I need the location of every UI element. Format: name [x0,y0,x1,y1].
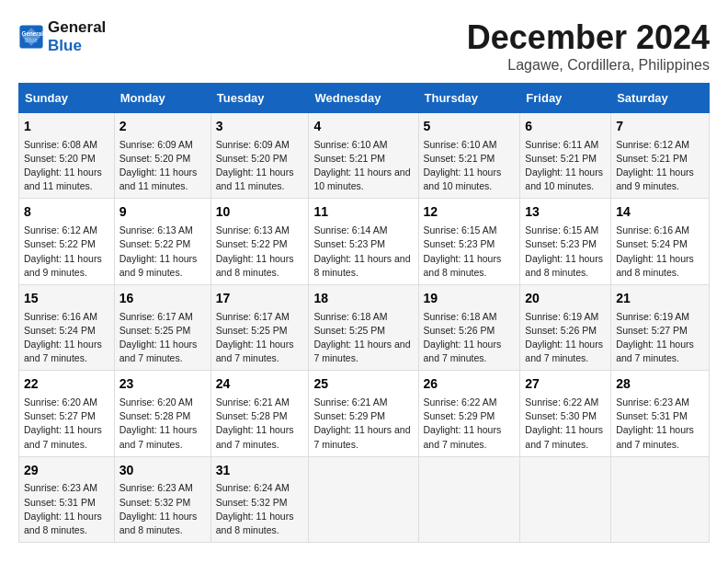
day-info: Sunrise: 6:23 AMSunset: 5:31 PMDaylight:… [616,396,704,452]
day-info: Sunrise: 6:18 AMSunset: 5:25 PMDaylight:… [313,310,413,366]
calendar-cell: 4Sunrise: 6:10 AMSunset: 5:21 PMDaylight… [309,113,418,199]
day-info: Sunrise: 6:19 AMSunset: 5:26 PMDaylight:… [525,310,606,366]
day-info: Sunrise: 6:23 AMSunset: 5:32 PMDaylight:… [119,481,206,537]
day-number: 21 [616,290,704,308]
day-number: 25 [313,375,413,394]
logo-text-line1: General [48,18,106,37]
calendar-cell [309,456,418,542]
header-friday: Friday [520,84,611,113]
day-number: 27 [525,375,606,394]
header-wednesday: Wednesday [309,84,418,113]
calendar-cell: 21Sunrise: 6:19 AMSunset: 5:27 PMDayligh… [611,284,710,370]
calendar-cell: 22Sunrise: 6:20 AMSunset: 5:27 PMDayligh… [19,371,115,456]
day-number: 14 [616,203,704,222]
calendar-cell: 24Sunrise: 6:21 AMSunset: 5:28 PMDayligh… [210,371,309,456]
header-saturday: Saturday [611,84,710,113]
calendar-cell: 28Sunrise: 6:23 AMSunset: 5:31 PMDayligh… [611,371,710,456]
calendar-cell: 27Sunrise: 6:22 AMSunset: 5:30 PMDayligh… [520,371,611,456]
day-info: Sunrise: 6:16 AMSunset: 5:24 PMDaylight:… [24,310,109,366]
day-info: Sunrise: 6:24 AMSunset: 5:32 PMDaylight:… [216,481,304,537]
day-number: 13 [525,203,606,222]
calendar-cell: 20Sunrise: 6:19 AMSunset: 5:26 PMDayligh… [520,284,611,370]
day-info: Sunrise: 6:13 AMSunset: 5:22 PMDaylight:… [216,224,304,280]
day-number: 9 [119,203,206,222]
calendar-cell: 11Sunrise: 6:14 AMSunset: 5:23 PMDayligh… [309,199,418,284]
calendar-cell: 10Sunrise: 6:13 AMSunset: 5:22 PMDayligh… [210,199,309,284]
calendar-cell: 15Sunrise: 6:16 AMSunset: 5:24 PMDayligh… [19,284,115,370]
day-number: 3 [216,118,304,136]
calendar-cell: 2Sunrise: 6:09 AMSunset: 5:20 PMDaylight… [114,113,210,199]
calendar-cell: 13Sunrise: 6:15 AMSunset: 5:23 PMDayligh… [520,199,611,284]
day-info: Sunrise: 6:15 AMSunset: 5:23 PMDaylight:… [525,224,606,280]
day-info: Sunrise: 6:13 AMSunset: 5:22 PMDaylight:… [119,224,206,280]
calendar-cell: 1Sunrise: 6:08 AMSunset: 5:20 PMDaylight… [19,113,115,199]
calendar-cell: 17Sunrise: 6:17 AMSunset: 5:25 PMDayligh… [210,284,309,370]
day-info: Sunrise: 6:08 AMSunset: 5:20 PMDaylight:… [24,138,109,194]
header-thursday: Thursday [418,84,520,113]
calendar-cell: 18Sunrise: 6:18 AMSunset: 5:25 PMDayligh… [309,284,418,370]
header-monday: Monday [114,84,210,113]
month-title: December 2024 [467,18,710,57]
day-number: 24 [216,375,304,394]
calendar-cell: 8Sunrise: 6:12 AMSunset: 5:22 PMDaylight… [19,199,115,284]
day-number: 29 [24,462,109,480]
day-number: 2 [119,118,206,136]
day-info: Sunrise: 6:12 AMSunset: 5:22 PMDaylight:… [24,224,109,280]
day-number: 10 [216,203,304,222]
day-info: Sunrise: 6:21 AMSunset: 5:28 PMDaylight:… [216,396,304,452]
calendar-week-5: 29Sunrise: 6:23 AMSunset: 5:31 PMDayligh… [19,456,710,542]
day-number: 1 [24,118,109,136]
day-info: Sunrise: 6:12 AMSunset: 5:21 PMDaylight:… [616,138,704,194]
day-number: 16 [119,290,206,308]
header-tuesday: Tuesday [210,84,309,113]
day-number: 15 [24,290,109,308]
calendar-cell: 6Sunrise: 6:11 AMSunset: 5:21 PMDaylight… [520,113,611,199]
calendar-cell: 23Sunrise: 6:20 AMSunset: 5:28 PMDayligh… [114,371,210,456]
day-number: 12 [424,203,516,222]
calendar-week-3: 15Sunrise: 6:16 AMSunset: 5:24 PMDayligh… [19,284,710,370]
calendar-cell: 26Sunrise: 6:22 AMSunset: 5:29 PMDayligh… [418,371,520,456]
day-number: 31 [216,462,304,480]
day-info: Sunrise: 6:16 AMSunset: 5:24 PMDaylight:… [616,224,704,280]
day-number: 23 [119,375,206,394]
calendar-table: Sunday Monday Tuesday Wednesday Thursday… [18,83,710,543]
calendar-cell: 9Sunrise: 6:13 AMSunset: 5:22 PMDaylight… [114,199,210,284]
logo: General Blue General Blue [18,18,106,56]
day-number: 18 [313,290,413,308]
calendar-cell: 29Sunrise: 6:23 AMSunset: 5:31 PMDayligh… [19,456,115,542]
header-sunday: Sunday [19,84,115,113]
svg-text:Blue: Blue [25,37,38,43]
day-info: Sunrise: 6:23 AMSunset: 5:31 PMDaylight:… [24,481,109,537]
calendar-cell [418,456,520,542]
calendar-cell: 30Sunrise: 6:23 AMSunset: 5:32 PMDayligh… [114,456,210,542]
day-number: 11 [313,203,413,222]
day-number: 26 [424,375,516,394]
day-number: 8 [24,203,109,222]
day-info: Sunrise: 6:20 AMSunset: 5:28 PMDaylight:… [119,396,206,452]
calendar-cell [611,456,710,542]
calendar-week-1: 1Sunrise: 6:08 AMSunset: 5:20 PMDaylight… [19,113,710,199]
title-section: December 2024 Lagawe, Cordillera, Philip… [467,18,710,74]
day-info: Sunrise: 6:15 AMSunset: 5:23 PMDaylight:… [424,224,516,280]
logo-text-line2: Blue [48,37,106,55]
calendar-cell [520,456,611,542]
day-info: Sunrise: 6:10 AMSunset: 5:21 PMDaylight:… [313,138,413,194]
day-info: Sunrise: 6:20 AMSunset: 5:27 PMDaylight:… [24,396,109,452]
day-info: Sunrise: 6:09 AMSunset: 5:20 PMDaylight:… [119,138,206,194]
day-info: Sunrise: 6:19 AMSunset: 5:27 PMDaylight:… [616,310,704,366]
day-info: Sunrise: 6:22 AMSunset: 5:30 PMDaylight:… [525,396,606,452]
calendar-cell: 16Sunrise: 6:17 AMSunset: 5:25 PMDayligh… [114,284,210,370]
calendar-cell: 31Sunrise: 6:24 AMSunset: 5:32 PMDayligh… [210,456,309,542]
day-number: 5 [424,118,516,136]
calendar-cell: 25Sunrise: 6:21 AMSunset: 5:29 PMDayligh… [309,371,418,456]
day-number: 6 [525,118,606,136]
logo-icon: General Blue [18,24,44,50]
day-info: Sunrise: 6:22 AMSunset: 5:29 PMDaylight:… [424,396,516,452]
page-header: General Blue General Blue December 2024 … [18,18,710,74]
day-info: Sunrise: 6:10 AMSunset: 5:21 PMDaylight:… [424,138,516,194]
day-info: Sunrise: 6:09 AMSunset: 5:20 PMDaylight:… [216,138,304,194]
svg-text:General: General [22,30,44,37]
day-info: Sunrise: 6:17 AMSunset: 5:25 PMDaylight:… [216,310,304,366]
day-number: 17 [216,290,304,308]
calendar-header-row: Sunday Monday Tuesday Wednesday Thursday… [19,84,710,113]
